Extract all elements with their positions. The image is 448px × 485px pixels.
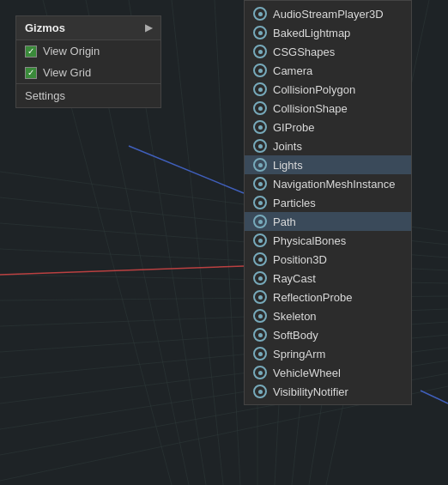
menu-item-icon: [253, 385, 267, 398]
menu-item[interactable]: NavigationMeshInstance: [245, 174, 411, 193]
menu-item-label: AudioStreamPlayer3D: [273, 8, 384, 21]
menu-item-icon: [253, 196, 267, 209]
menu-item-icon: [253, 233, 267, 247]
menu-item-label: SoftBody: [273, 329, 318, 342]
menu-item-icon: [253, 82, 267, 96]
menu-item-icon: [253, 45, 267, 58]
menu-item-icon: [253, 120, 267, 134]
menu-item[interactable]: CollisionShape: [245, 99, 411, 118]
menu-item[interactable]: Path: [245, 212, 411, 231]
menu-item[interactable]: Lights: [245, 155, 411, 174]
menu-item[interactable]: SpringArm: [245, 344, 411, 363]
menu-item-icon-inner: [258, 352, 263, 356]
menu-item[interactable]: ReflectionProbe: [245, 288, 411, 306]
settings-label: Settings: [25, 89, 65, 102]
menu-item[interactable]: AudioStreamPlayer3D: [245, 4, 411, 23]
menu-item[interactable]: BakedLightmap: [245, 23, 411, 42]
menu-item-icon: [253, 139, 267, 153]
menu-item[interactable]: Joints: [245, 136, 411, 155]
menu-item[interactable]: Particles: [245, 193, 411, 212]
menu-item-label: GIProbe: [273, 121, 314, 134]
menu-item[interactable]: SoftBody: [245, 325, 411, 344]
gizmos-header[interactable]: Gizmos ▶: [16, 16, 160, 39]
menu-item-label: CSGShapes: [273, 45, 335, 58]
gizmos-view-grid[interactable]: ✓ View Grid: [16, 62, 160, 83]
menu-item-icon-inner: [258, 31, 263, 35]
menu-item-icon-inner: [258, 220, 263, 224]
menu-item[interactable]: Camera: [245, 61, 411, 80]
menu-item-icon-inner: [258, 163, 263, 167]
menu-item-label: SpringArm: [273, 348, 325, 361]
gizmos-title: Gizmos: [25, 21, 65, 34]
menu-item-icon-inner: [258, 125, 263, 130]
view-origin-label: View Origin: [43, 45, 100, 58]
items-menu: AudioStreamPlayer3DBakedLightmapCSGShape…: [244, 0, 412, 405]
menu-item-icon: [253, 366, 267, 379]
menu-item[interactable]: GIProbe: [245, 118, 411, 136]
menu-item[interactable]: CollisionPolygon: [245, 80, 411, 99]
menu-item-label: CollisionShape: [273, 102, 348, 115]
menu-item-icon: [253, 177, 267, 191]
menu-item-icon: [253, 64, 267, 77]
view-grid-checkbox[interactable]: ✓: [25, 67, 37, 79]
menu-item-label: CollisionPolygon: [273, 83, 355, 96]
menu-item-icon-inner: [258, 276, 263, 281]
menu-item[interactable]: CSGShapes: [245, 42, 411, 61]
menu-item-icon-inner: [258, 333, 263, 337]
menu-item-label: Path: [273, 215, 296, 228]
menu-item-label: Skeleton: [273, 310, 317, 323]
menu-item-icon: [253, 158, 267, 172]
menu-item-icon-inner: [258, 182, 263, 186]
menu-item-icon-inner: [258, 88, 263, 92]
menu-item-icon-inner: [258, 314, 263, 318]
menu-item[interactable]: PhysicalBones: [245, 231, 411, 250]
menu-item-icon: [253, 101, 267, 115]
menu-item-label: Particles: [273, 197, 316, 209]
menu-item-label: PhysicalBones: [273, 234, 346, 247]
menu-item-icon: [253, 309, 267, 323]
menu-item-label: VisibilityNotifier: [273, 385, 348, 398]
menu-item-label: Joints: [273, 140, 302, 153]
menu-item-icon-inner: [258, 50, 263, 54]
menu-item-label: ReflectionProbe: [273, 291, 353, 304]
menu-item-label: BakedLightmap: [273, 27, 350, 39]
check-mark: ✓: [27, 47, 34, 56]
menu-item[interactable]: Skeleton: [245, 306, 411, 325]
menu-item[interactable]: VehicleWheel: [245, 363, 411, 382]
menu-item-icon-inner: [258, 239, 263, 243]
menu-item-icon-inner: [258, 371, 263, 375]
menu-item-icon-inner: [258, 69, 263, 73]
gizmos-view-origin[interactable]: ✓ View Origin: [16, 40, 160, 62]
menu-item-icon-inner: [258, 144, 263, 149]
menu-item-label: NavigationMeshInstance: [273, 178, 395, 191]
menu-item-icon-inner: [258, 12, 263, 16]
menu-item-icon-inner: [258, 390, 263, 394]
gizmos-arrow: ▶: [145, 22, 152, 33]
gizmos-menu: Gizmos ▶ ✓ View Origin ✓ View Grid Setti…: [15, 15, 161, 108]
menu-item-label: Camera: [273, 64, 312, 77]
menu-item-label: RayCast: [273, 272, 316, 285]
view-grid-label: View Grid: [43, 66, 91, 79]
menu-item-icon: [253, 328, 267, 342]
menu-item-icon-inner: [258, 201, 263, 205]
view-origin-checkbox[interactable]: ✓: [25, 45, 37, 58]
menu-item-icon: [253, 271, 267, 285]
menu-item-label: Position3D: [273, 253, 327, 266]
menu-item-icon: [253, 215, 267, 228]
menu-item[interactable]: Position3D: [245, 250, 411, 269]
menu-item-icon: [253, 290, 267, 304]
menu-item-icon: [253, 7, 267, 21]
menu-item-icon: [253, 347, 267, 361]
menu-item[interactable]: VisibilityNotifier: [245, 382, 411, 401]
menu-item-label: VehicleWheel: [273, 367, 341, 379]
menu-item[interactable]: RayCast: [245, 269, 411, 288]
menu-item-icon: [253, 252, 267, 266]
gizmos-settings[interactable]: Settings: [16, 84, 160, 107]
check-mark-2: ✓: [27, 69, 34, 77]
menu-item-icon-inner: [258, 106, 263, 111]
menu-item-icon-inner: [258, 258, 263, 262]
menu-item-icon: [253, 26, 267, 39]
menu-item-icon-inner: [258, 295, 263, 300]
menu-item-label: Lights: [273, 159, 303, 172]
